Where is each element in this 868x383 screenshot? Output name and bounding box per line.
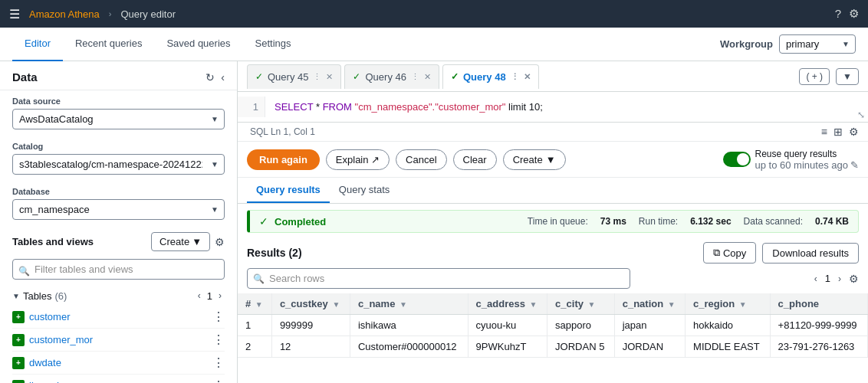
query-tab-45-close[interactable]: ✕ [326,72,333,82]
col-header-num[interactable]: # ▼ [238,293,271,315]
cell-name-2: Customer#000000012 [350,336,468,358]
table-expand-icon[interactable]: + [12,334,25,346]
query-tab-46[interactable]: ✓ Query 46 ⋮ ✕ [344,64,439,89]
catalog-select[interactable]: s3tablescatalog/cm-namespace-20241222 [12,154,225,175]
prev-results-page[interactable]: ‹ [811,272,820,286]
format-icon[interactable]: ≡ [821,126,827,138]
table-item-left: + dwdate [12,357,61,369]
query-tab-48-more[interactable]: ⋮ [511,72,519,82]
table-expand-icon[interactable]: + [12,357,25,369]
copy-label: Copy [723,247,746,259]
col-header-city[interactable]: c_city ▼ [547,293,615,315]
sidebar-header: Data ↻ ‹ [0,61,237,90]
cell-nation-1: japan [614,315,685,336]
next-results-page[interactable]: › [835,272,844,286]
search-rows-wrapper: 🔍 [247,268,805,289]
tables-settings-icon[interactable]: ⚙ [215,236,225,248]
table-more-icon-customer[interactable]: ⋮ [212,309,225,324]
next-page-button[interactable]: › [215,289,225,303]
brand-link[interactable]: Amazon Athena [29,8,100,20]
tab-saved-queries[interactable]: Saved queries [154,28,242,61]
results-tab-query-results[interactable]: Query results [247,178,330,203]
create-button[interactable]: Create ▼ [503,149,566,170]
table-expand-icon[interactable]: + [12,311,25,323]
refresh-icon[interactable]: ↻ [205,71,215,83]
create-dropdown-icon: ▼ [192,236,202,247]
more-tabs-button[interactable]: ▼ [836,68,859,85]
table-name-customer-mor[interactable]: customer_mor [29,334,93,345]
query-tab-46-more[interactable]: ⋮ [411,72,419,82]
col-header-address[interactable]: c_address ▼ [468,293,547,315]
search-rows-icon: 🔍 [253,273,265,284]
table-more-icon-customer-mor[interactable]: ⋮ [212,332,225,347]
tab-recent-queries[interactable]: Recent queries [63,28,154,61]
clear-button[interactable]: Clear [453,149,497,170]
filter-tables-input[interactable] [12,259,225,280]
database-wrapper: cm_namespace [12,199,225,220]
cell-city-2: JORDAN 5 [547,336,615,358]
table-more-icon-dwdate[interactable]: ⋮ [212,355,225,370]
data-source-select[interactable]: AwsDataCatalog [12,109,225,129]
results-settings-icon[interactable]: ⚙ [849,273,859,285]
cell-custkey-2: 12 [271,336,350,358]
results-tab-query-stats[interactable]: Query stats [330,178,399,203]
database-select[interactable]: cm_namespace [12,199,225,220]
query-tab-45[interactable]: ✓ Query 45 ⋮ ✕ [247,64,341,89]
col-header-phone[interactable]: c_phone [770,293,867,315]
explain-button[interactable]: Explain ↗ [326,149,390,170]
breadcrumb-sep: › [109,9,112,18]
tables-create-button[interactable]: Create ▼ [151,232,210,251]
table-icon[interactable]: ⊞ [833,126,843,138]
query-tab-48[interactable]: ✓ Query 48 ⋮ ✕ [442,64,539,89]
hamburger-icon[interactable]: ☰ [9,7,20,21]
table-name-dwdate[interactable]: dwdate [29,357,61,368]
copy-button[interactable]: ⧉ Copy [703,242,756,264]
query-tab-46-close[interactable]: ✕ [424,72,431,82]
tables-expand-left[interactable]: ▼ Tables (6) [12,290,67,302]
code-editor[interactable]: 1 SELECT * FROM "cm_namespace"."customer… [238,92,868,123]
cancel-button[interactable]: Cancel [396,149,446,170]
reuse-toggle-switch[interactable] [723,152,751,167]
results-pagination: ‹ 1 › ⚙ [811,272,859,286]
top-nav: ☰ Amazon Athena › Query editor ? ⚙ [0,0,868,28]
query-tab-48-close[interactable]: ✕ [524,72,531,82]
help-icon[interactable]: ? [835,7,841,21]
table-name-customer[interactable]: customer [29,311,70,322]
run-time-value: 6.132 sec [690,216,731,227]
col-header-nation[interactable]: c_nation ▼ [614,293,685,315]
query-tab-45-more[interactable]: ⋮ [313,72,321,82]
catalog-section: Catalog s3tablescatalog/cm-namespace-202… [0,136,237,181]
run-again-button[interactable]: Run again [247,149,320,170]
edit-icon[interactable]: ✎ [850,159,859,171]
tab-settings[interactable]: Settings [243,28,304,61]
col-header-region[interactable]: c_region ▼ [686,293,771,315]
table-expand-icon[interactable]: + [12,380,25,384]
tab-editor[interactable]: Editor [12,28,63,61]
clear-label: Clear [463,154,487,165]
cell-custkey-1: 999999 [271,315,350,336]
resize-icon[interactable]: ⤡ [854,108,868,122]
col-header-custkey[interactable]: c_custkey ▼ [271,293,350,315]
collapse-icon[interactable]: ‹ [221,71,225,83]
code-keyword-from: FROM [323,101,352,113]
main-layout: Data ↻ ‹ Data source AwsDataCatalog Cata… [0,61,868,383]
search-rows-input[interactable] [247,268,630,289]
table-name-lineorder[interactable]: lineorder [29,380,68,383]
add-tab-button[interactable]: ( + ) [799,68,830,85]
tabs-bar: Editor Recent queries Saved queries Sett… [0,28,868,61]
prev-page-button[interactable]: ‹ [195,289,204,303]
sidebar-header-icons: ↻ ‹ [205,71,225,83]
database-label: Database [12,187,225,196]
query-tabs-actions: ( + ) ▼ [799,68,859,85]
preferences-icon[interactable]: ⚙ [849,126,859,138]
cell-city-1: sapporo [547,315,615,336]
editor-toolbar-icons: ≡ ⊞ ⚙ [821,126,859,138]
workgroup-select[interactable]: primary [779,34,856,54]
table-more-icon-lineorder[interactable]: ⋮ [212,378,225,383]
table-row: 1 999999 ishikawa cyuou-ku sapporo japan… [238,315,868,336]
download-label: Download results [772,247,849,259]
download-results-button[interactable]: Download results [762,243,859,264]
settings-icon[interactable]: ⚙ [849,7,859,21]
top-nav-icons: ? ⚙ [835,7,859,21]
col-header-name[interactable]: c_name ▼ [350,293,468,315]
